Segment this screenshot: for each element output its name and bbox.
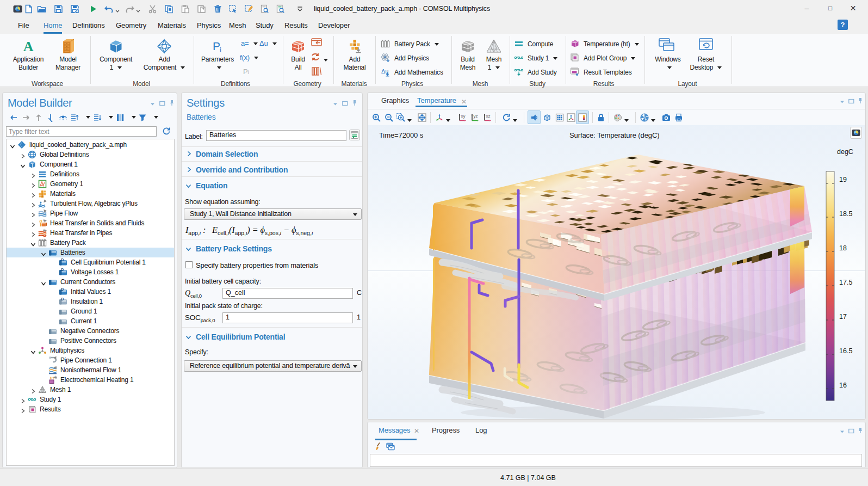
svg-text:P: P	[213, 40, 220, 52]
svg-text:i: i	[220, 46, 221, 54]
svg-text:D: D	[61, 287, 64, 291]
svg-text:D: D	[61, 258, 64, 262]
svg-text:D: D	[61, 297, 64, 301]
svg-text:D: D	[61, 268, 64, 272]
svg-text:xy: xy	[461, 114, 466, 119]
svg-text:yz: yz	[474, 114, 478, 119]
svg-text:xz: xz	[486, 114, 491, 119]
svg-text:A: A	[23, 39, 34, 54]
